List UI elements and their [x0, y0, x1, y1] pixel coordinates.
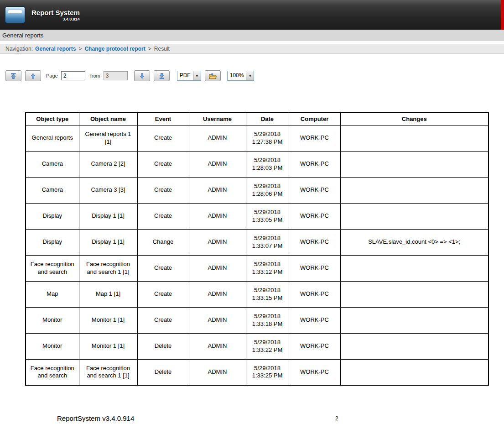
next-page-button[interactable] — [134, 70, 150, 81]
cell-event: Create — [137, 151, 189, 177]
cell-computer: WORK-PC — [289, 333, 340, 359]
page-label: Page — [46, 73, 58, 79]
total-pages-input — [104, 71, 128, 80]
table-row: Camera Camera 2 [2] Create ADMIN 5/29/20… — [26, 151, 488, 177]
prev-page-button[interactable] — [25, 70, 41, 81]
cell-object-type: Map — [26, 281, 79, 307]
chevron-down-icon: ▼ — [246, 71, 254, 80]
cell-date-day: 5/29/2018 — [248, 183, 287, 190]
cell-object-name: Face recognition and search 1 [1] — [79, 359, 137, 385]
table-row: Map Map 1 [1] Create ADMIN 5/29/2018 1:3… — [26, 281, 488, 307]
app-header: Report System 3.4.0.914 — [0, 0, 504, 30]
cell-event: Create — [137, 307, 189, 333]
cell-object-type: Face recognition and search — [26, 359, 79, 385]
cell-changes — [340, 125, 488, 151]
breadcrumb-current: Result — [154, 44, 170, 53]
cell-changes — [340, 281, 488, 307]
cell-object-type: Monitor — [26, 333, 79, 359]
arrow-up-to-bar-icon — [10, 73, 16, 79]
cell-date-day: 5/29/2018 — [248, 365, 287, 372]
column-header-object-name: Object name — [79, 112, 137, 125]
cell-date-day: 5/29/2018 — [248, 287, 287, 294]
cell-date-day: 5/29/2018 — [248, 131, 287, 138]
cell-username: ADMIN — [189, 307, 246, 333]
zoom-select[interactable]: 100% ▼ — [227, 71, 255, 81]
cell-date-time: 1:33:25 PM — [248, 372, 287, 379]
cell-computer: WORK-PC — [289, 255, 340, 281]
cell-changes — [340, 307, 488, 333]
chevron-down-icon: ▼ — [193, 71, 201, 80]
breadcrumb-link-change-protocol-report[interactable]: Change protocol report — [84, 44, 145, 53]
cell-event: Change — [137, 229, 189, 255]
section-bar: General reports — [0, 30, 504, 41]
app-logo-slot — [8, 10, 22, 14]
breadcrumb-label: Navigation: — [5, 44, 33, 53]
cell-event: Create — [137, 177, 189, 203]
app-logo-icon — [5, 6, 26, 24]
table-row: Display Display 1 [1] Create ADMIN 5/29/… — [26, 203, 488, 229]
export-button[interactable] — [205, 70, 221, 81]
cell-event: Create — [137, 281, 189, 307]
cell-username: ADMIN — [189, 177, 246, 203]
cell-object-type: Display — [26, 203, 79, 229]
table-header-row: Object type Object name Event Username D… — [26, 112, 488, 125]
cell-username: ADMIN — [189, 333, 246, 359]
cell-event: Delete — [137, 333, 189, 359]
last-page-button[interactable] — [154, 70, 170, 81]
report-footer-text: ReportSystem v3.4.0.914 — [57, 414, 134, 422]
cell-changes — [340, 177, 488, 203]
cell-computer: WORK-PC — [289, 307, 340, 333]
cell-date-day: 5/29/2018 — [248, 157, 287, 164]
breadcrumb-separator: > — [148, 44, 151, 53]
cell-object-name: Camera 2 [2] — [79, 151, 137, 177]
cell-event: Create — [137, 203, 189, 229]
table-row: Monitor Monitor 1 [1] Delete ADMIN 5/29/… — [26, 333, 488, 359]
table-row: General reports General reports 1 [1] Cr… — [26, 125, 488, 151]
first-page-button[interactable] — [5, 70, 21, 81]
breadcrumb-separator: > — [78, 44, 82, 53]
cell-date: 5/29/2018 1:33:15 PM — [246, 281, 289, 307]
zoom-select-value: 100% — [228, 71, 246, 80]
cell-computer: WORK-PC — [289, 203, 340, 229]
cell-date-day: 5/29/2018 — [248, 313, 287, 320]
cell-changes: SLAVE.slave_id.count <0> => <1>; — [340, 229, 488, 255]
app-title: Report System — [31, 9, 80, 16]
table-row: Display Display 1 [1] Change ADMIN 5/29/… — [26, 229, 488, 255]
cell-date: 5/29/2018 1:27:38 PM — [246, 125, 289, 151]
breadcrumb: Navigation: General reports > Change pro… — [0, 44, 504, 54]
cell-date-time: 1:33:05 PM — [248, 216, 287, 224]
breadcrumb-link-general-reports[interactable]: General reports — [35, 44, 76, 53]
cell-object-type: General reports — [26, 125, 79, 151]
report-page-number: 2 — [335, 415, 338, 422]
cell-date-time: 1:33:18 PM — [248, 320, 287, 328]
cell-computer: WORK-PC — [289, 177, 340, 203]
cell-object-name: Monitor 1 [1] — [79, 307, 137, 333]
report-table: Object type Object name Event Username D… — [25, 112, 489, 386]
cell-date: 5/29/2018 1:28:06 PM — [246, 177, 289, 203]
cell-username: ADMIN — [189, 151, 246, 177]
toolbar: Page from PDF ▼ 100% ▼ — [5, 69, 504, 82]
arrow-up-icon — [30, 73, 36, 79]
cell-object-name: Face recognition and search 1 [1] — [79, 255, 137, 281]
cell-username: ADMIN — [189, 203, 246, 229]
cell-event: Delete — [137, 359, 189, 385]
table-row: Camera Camera 3 [3] Create ADMIN 5/29/20… — [26, 177, 488, 203]
cell-date: 5/29/2018 1:33:12 PM — [246, 255, 289, 281]
cell-changes — [340, 333, 488, 359]
cell-date-time: 1:33:15 PM — [248, 294, 287, 302]
cell-computer: WORK-PC — [289, 359, 340, 385]
table-row: Face recognition and search Face recogni… — [26, 255, 488, 281]
cell-date-time: 1:27:38 PM — [248, 138, 287, 146]
cell-object-type: Camera — [26, 151, 79, 177]
cell-date-time: 1:28:06 PM — [248, 190, 287, 198]
cell-date-day: 5/29/2018 — [248, 235, 287, 242]
format-select[interactable]: PDF ▼ — [177, 71, 201, 81]
cell-date-day: 5/29/2018 — [248, 261, 287, 268]
cell-object-name: General reports 1 [1] — [79, 125, 137, 151]
table-row: Face recognition and search Face recogni… — [26, 359, 488, 385]
cell-object-type: Display — [26, 229, 79, 255]
page-input[interactable] — [61, 71, 85, 80]
column-header-date: Date — [246, 112, 289, 125]
cell-date-day: 5/29/2018 — [248, 209, 287, 216]
cell-date: 5/29/2018 1:28:03 PM — [246, 151, 289, 177]
